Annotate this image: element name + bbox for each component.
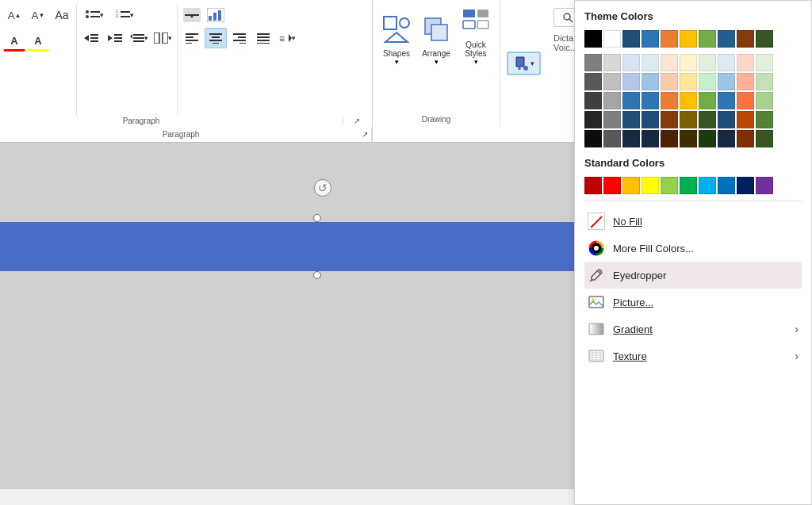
standard-color-swatch[interactable]: [756, 177, 773, 194]
texture-item[interactable]: Texture ›: [584, 342, 802, 369]
theme-shade-swatch[interactable]: [699, 54, 716, 71]
bullets-btn[interactable]: ▾: [80, 5, 109, 25]
theme-color-swatch[interactable]: [661, 30, 678, 48]
theme-shade-swatch[interactable]: [661, 54, 678, 71]
theme-shade-swatch[interactable]: [603, 92, 621, 109]
theme-color-swatch[interactable]: [622, 30, 640, 48]
standard-color-swatch[interactable]: [661, 177, 678, 194]
quick-styles-btn[interactable]: Quick Styles ▾: [458, 3, 493, 69]
columns-btn[interactable]: ▾: [151, 28, 174, 48]
gradient-item[interactable]: Gradient ›: [584, 316, 802, 342]
top-handle[interactable]: [313, 214, 321, 222]
theme-shade-swatch[interactable]: [756, 111, 773, 128]
theme-color-swatch[interactable]: [699, 30, 716, 48]
theme-shade-swatch[interactable]: [603, 130, 621, 147]
theme-shade-swatch[interactable]: [718, 130, 735, 147]
theme-shade-swatch[interactable]: [680, 73, 697, 90]
blue-shape[interactable]: [0, 222, 579, 271]
change-case-btn[interactable]: Aa: [51, 5, 73, 25]
decrease-indent-btn[interactable]: [80, 28, 102, 48]
align-right-btn[interactable]: [228, 28, 251, 48]
numbering-btn[interactable]: 1.2. ▾: [110, 5, 139, 25]
theme-shade-swatch[interactable]: [584, 92, 602, 109]
theme-shade-swatch[interactable]: [603, 73, 621, 90]
rotate-handle[interactable]: ↺: [314, 179, 331, 197]
standard-color-swatch[interactable]: [584, 177, 602, 194]
theme-shade-swatch[interactable]: [718, 111, 735, 128]
picture-item[interactable]: Picture...: [584, 289, 802, 316]
standard-color-swatch[interactable]: [603, 177, 621, 194]
bottom-handle[interactable]: [313, 271, 321, 279]
theme-color-swatch[interactable]: [603, 30, 621, 48]
theme-shade-swatch[interactable]: [603, 111, 621, 128]
theme-color-swatch[interactable]: [756, 30, 773, 48]
theme-shade-swatch[interactable]: [622, 111, 640, 128]
theme-shade-swatch[interactable]: [680, 54, 697, 71]
align-center-btn[interactable]: [205, 28, 227, 48]
theme-shade-swatch[interactable]: [642, 54, 659, 71]
theme-shade-swatch[interactable]: [661, 130, 678, 147]
standard-color-swatch[interactable]: [622, 177, 640, 194]
theme-color-swatch[interactable]: [680, 30, 697, 48]
theme-shade-swatch[interactable]: [737, 92, 754, 109]
theme-shade-swatch[interactable]: [756, 92, 773, 109]
theme-color-swatch[interactable]: [737, 30, 754, 48]
theme-shade-swatch[interactable]: [756, 54, 773, 71]
text-direction-btn[interactable]: ≡ ▾: [276, 28, 298, 48]
theme-shade-swatch[interactable]: [584, 130, 602, 147]
theme-color-swatch[interactable]: [718, 30, 735, 48]
theme-shade-swatch[interactable]: [661, 92, 678, 109]
fill-color-btn[interactable]: ▾: [507, 52, 541, 75]
theme-shade-swatch[interactable]: [622, 73, 640, 90]
theme-shade-swatch[interactable]: [737, 73, 754, 90]
standard-color-swatch[interactable]: [737, 177, 754, 194]
theme-shade-swatch[interactable]: [661, 111, 678, 128]
standard-color-swatch[interactable]: [680, 177, 697, 194]
theme-shade-swatch[interactable]: [680, 92, 697, 109]
theme-shade-swatch[interactable]: [699, 130, 716, 147]
standard-color-swatch[interactable]: [699, 177, 716, 194]
standard-color-swatch[interactable]: [642, 177, 659, 194]
theme-shade-swatch[interactable]: [603, 54, 621, 71]
no-fill-item[interactable]: No Fill: [584, 208, 802, 235]
theme-shade-swatch[interactable]: [718, 92, 735, 109]
theme-color-swatch[interactable]: [642, 30, 659, 48]
theme-shade-swatch[interactable]: [642, 111, 659, 128]
add-chart-btn[interactable]: [205, 5, 227, 25]
theme-shade-swatch[interactable]: [584, 111, 602, 128]
align-left-btn[interactable]: [181, 28, 203, 48]
theme-shade-swatch[interactable]: [699, 73, 716, 90]
theme-shade-swatch[interactable]: [642, 92, 659, 109]
standard-color-swatch[interactable]: [718, 177, 735, 194]
text-highlight-btn[interactable]: A: [27, 31, 49, 52]
theme-shade-swatch[interactable]: [661, 73, 678, 90]
theme-shade-swatch[interactable]: [642, 130, 659, 147]
theme-shade-swatch[interactable]: [622, 92, 640, 109]
theme-shade-swatch[interactable]: [622, 130, 640, 147]
justify-btn[interactable]: [252, 28, 274, 48]
shapes-btn[interactable]: Shapes ▾: [379, 12, 414, 69]
theme-shade-swatch[interactable]: [737, 130, 754, 147]
theme-shade-swatch[interactable]: [737, 111, 754, 128]
theme-shade-swatch[interactable]: [718, 73, 735, 90]
theme-shade-swatch[interactable]: [737, 54, 754, 71]
paragraph-dialog-btn[interactable]: ↗: [345, 117, 369, 125]
theme-shade-swatch[interactable]: [584, 73, 602, 90]
more-fill-colors-item[interactable]: More Fill Colors...: [584, 235, 802, 262]
increase-indent-btn[interactable]: [104, 28, 126, 48]
theme-shade-swatch[interactable]: [699, 111, 716, 128]
line-spacing-btn[interactable]: ▾: [128, 28, 150, 48]
theme-shade-swatch[interactable]: [642, 73, 659, 90]
theme-shade-swatch[interactable]: [584, 54, 602, 71]
theme-shade-swatch[interactable]: [680, 130, 697, 147]
font-color-underline-btn[interactable]: A: [3, 31, 25, 52]
font-size-decrease-btn[interactable]: A▼: [27, 5, 49, 25]
theme-shade-swatch[interactable]: [680, 111, 697, 128]
theme-shade-swatch[interactable]: [622, 54, 640, 71]
eyedropper-item[interactable]: Eyedropper: [584, 262, 802, 289]
theme-shade-swatch[interactable]: [699, 92, 716, 109]
arrange-btn[interactable]: Arrange ▾: [419, 12, 454, 69]
paragraph-expand-btn[interactable]: ↗: [362, 127, 371, 143]
theme-shade-swatch[interactable]: [756, 130, 773, 147]
font-size-increase-btn[interactable]: A▲: [3, 5, 25, 25]
